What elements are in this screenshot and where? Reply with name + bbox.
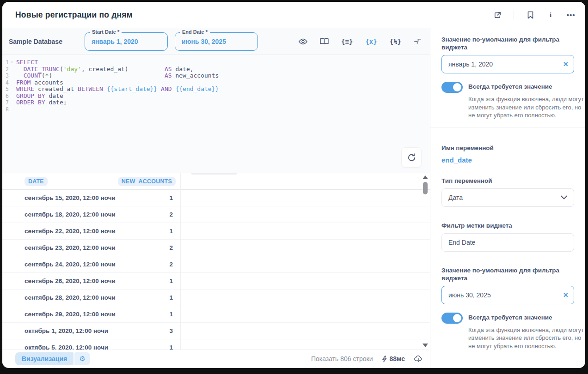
start-date-default-input[interactable]: январь 1, 2020 ×: [441, 55, 574, 73]
cell-date[interactable]: сентябрь 15, 2020, 12:00 ночи: [24, 194, 124, 201]
required-toggle-description-end: Когда эта функция включена, люди могут и…: [468, 326, 585, 350]
start-date-default-value: январь 1, 2020: [448, 60, 493, 68]
cell-new-accounts[interactable]: 1: [124, 344, 176, 350]
run-query-button[interactable]: [401, 147, 422, 168]
visualize-button[interactable]: Визуализация: [15, 352, 74, 365]
cell-date[interactable]: сентябрь 29, 2020, 12:00 ночи: [24, 311, 124, 318]
table-row[interactable]: сентябрь 18, 2020, 12:00 ночи2: [2, 206, 430, 223]
cell-new-accounts[interactable]: 1: [124, 294, 176, 301]
column-header-new-accounts[interactable]: NEW_ACCOUNTS: [118, 177, 176, 186]
default-value-label-end: Значение по-умолчанию для фильтра виджет…: [441, 266, 574, 282]
download-results-icon[interactable]: [414, 355, 423, 362]
table-row[interactable]: сентябрь 28, 2020, 12:00 ночи1: [2, 290, 430, 306]
scroll-down-arrow-icon[interactable]: [423, 344, 428, 347]
clear-end-default-icon[interactable]: ×: [563, 291, 568, 299]
sql-code-line[interactable]: DATE_TRUNC('day', created_at) AS date,: [16, 66, 219, 73]
toggle-knob: [453, 83, 461, 91]
snippets-icon[interactable]: {≡}: [341, 38, 353, 45]
sql-code-line[interactable]: [16, 106, 219, 113]
table-row[interactable]: сентябрь 15, 2020, 12:00 ночи1: [2, 190, 430, 206]
table-header: DATE NEW_ACCOUNTS: [2, 173, 430, 190]
variable-type-select[interactable]: Дата: [441, 188, 574, 207]
format-code-icon[interactable]: [414, 38, 422, 45]
database-selector[interactable]: Sample Database: [9, 38, 62, 45]
share-icon[interactable]: [493, 11, 502, 19]
results-panel: DATE NEW_ACCOUNTS сентябрь 15, 2020, 12:…: [2, 173, 430, 350]
cell-date[interactable]: октябрь 5, 2020, 12:00 ночи: [24, 344, 124, 350]
table-row[interactable]: сентябрь 23, 2020, 12:00 ночи2: [2, 240, 430, 256]
cell-new-accounts[interactable]: 1: [124, 228, 176, 235]
sql-code-line[interactable]: ORDER BY date;: [16, 99, 219, 106]
fold-caret-icon[interactable]: ˅: [11, 59, 13, 66]
table-row[interactable]: сентябрь 29, 2020, 12:00 ночи1: [2, 306, 430, 323]
sql-code-line[interactable]: GROUP BY date: [16, 93, 219, 100]
sql-editor[interactable]: 1˅2345678 SELECT DATE_TRUNC('day', creat…: [2, 55, 430, 173]
cell-date[interactable]: сентябрь 28, 2020, 12:00 ночи: [24, 294, 124, 301]
editor-toolbar: {≡} {x} {Ϟ}: [299, 28, 422, 54]
more-options-icon[interactable]: •••: [567, 11, 575, 19]
query-bar: Sample Database Start Date * январь 1, 2…: [2, 28, 430, 55]
table-row[interactable]: октябрь 5, 2020, 12:00 ночи1: [2, 339, 430, 350]
cell-new-accounts[interactable]: 2: [124, 211, 176, 218]
cell-date[interactable]: сентябрь 22, 2020, 12:00 ночи: [24, 228, 124, 235]
title-bar-actions: i •••: [493, 10, 575, 19]
variable-name-value[interactable]: end_date: [441, 156, 574, 164]
table-body: сентябрь 15, 2020, 12:00 ночи1сентябрь 1…: [2, 190, 430, 350]
required-toggle-description-start: Когда эта функция включена, люди могут и…: [468, 95, 585, 120]
variables-icon[interactable]: {x}: [365, 38, 377, 45]
cell-date[interactable]: октябрь 1, 2020, 12:00 ночи: [24, 327, 124, 334]
data-reference-book-icon[interactable]: [320, 38, 329, 45]
visualization-settings-gear-icon[interactable]: ⚙: [74, 352, 90, 365]
info-icon[interactable]: i: [546, 11, 555, 19]
cell-new-accounts[interactable]: 1: [124, 311, 176, 318]
editor-resize-handle[interactable]: [191, 173, 237, 175]
cell-new-accounts[interactable]: 2: [124, 244, 176, 251]
sql-code-line[interactable]: SELECT: [16, 59, 219, 66]
cell-date[interactable]: сентябрь 24, 2020, 12:00 ночи: [24, 261, 124, 268]
end-date-filter[interactable]: End Date * июнь 30, 2025: [175, 32, 258, 51]
table-row[interactable]: октябрь 1, 2020, 12:00 ночи3: [2, 323, 430, 339]
sql-code[interactable]: SELECT DATE_TRUNC('day', created_at) AS …: [16, 59, 219, 113]
page-title: Новые регистрации по дням: [15, 10, 133, 20]
gutter-line-number: 6: [6, 93, 16, 100]
end-date-default-input[interactable]: июнь 30, 2025 ×: [441, 286, 574, 304]
sql-code-line[interactable]: WHERE created_at BETWEEN {{start_date}} …: [16, 86, 219, 93]
cell-new-accounts[interactable]: 2: [124, 261, 176, 268]
clear-start-default-icon[interactable]: ×: [563, 60, 568, 68]
braces-lightning-icon[interactable]: {Ϟ}: [390, 38, 401, 45]
start-date-filter-label: Start Date *: [90, 29, 122, 35]
cell-date[interactable]: сентябрь 18, 2020, 12:00 ночи: [24, 211, 124, 218]
required-toggle-end[interactable]: [441, 313, 463, 324]
start-date-filter[interactable]: Start Date * январь 1, 2020: [85, 32, 168, 51]
sql-code-line[interactable]: FROM accounts: [16, 79, 219, 86]
bookmark-icon[interactable]: [526, 11, 534, 19]
widget-filter-label: Фильтр метки виджета: [441, 222, 574, 229]
required-toggle-start[interactable]: [441, 82, 463, 93]
cell-date[interactable]: сентябрь 26, 2020, 12:00 ночи: [24, 277, 124, 284]
table-row[interactable]: сентябрь 22, 2020, 12:00 ночи1: [2, 223, 430, 240]
table-row[interactable]: сентябрь 26, 2020, 12:00 ночи1: [2, 273, 430, 290]
title-bar: Новые регистрации по дням i •••: [2, 2, 585, 28]
end-date-default-value: июнь 30, 2025: [448, 291, 491, 299]
end-date-filter-label: End Date *: [180, 29, 210, 35]
cell-new-accounts[interactable]: 1: [124, 194, 176, 201]
cell-date[interactable]: сентябрь 23, 2020, 12:00 ночи: [24, 244, 124, 251]
variable-type-value: Дата: [448, 194, 463, 201]
row-count-label[interactable]: Показать 806 строки: [311, 355, 373, 362]
scroll-up-arrow-icon[interactable]: [423, 175, 428, 179]
sql-code-line[interactable]: COUNT(*) AS new_accounts: [16, 72, 219, 79]
start-date-filter-value: январь 1, 2020: [92, 38, 138, 45]
preview-eye-icon[interactable]: [299, 38, 307, 45]
results-scrollbar[interactable]: [422, 175, 429, 347]
widget-label-input[interactable]: End Date: [441, 233, 574, 252]
column-header-date[interactable]: DATE: [24, 177, 48, 186]
required-toggle-label-end: Всегда требуется значение: [468, 313, 552, 321]
gutter-line-number[interactable]: 1˅: [6, 59, 16, 66]
variable-settings-sidebar: Значение по-умолчанию для фильтра виджет…: [430, 28, 585, 368]
sidebar-divider: [430, 127, 585, 127]
table-row[interactable]: сентябрь 24, 2020, 12:00 ночи2: [2, 256, 430, 273]
main-panel: Sample Database Start Date * январь 1, 2…: [2, 28, 430, 368]
cell-new-accounts[interactable]: 3: [124, 327, 176, 334]
scrollbar-thumb[interactable]: [423, 182, 428, 194]
cell-new-accounts[interactable]: 1: [124, 277, 176, 284]
